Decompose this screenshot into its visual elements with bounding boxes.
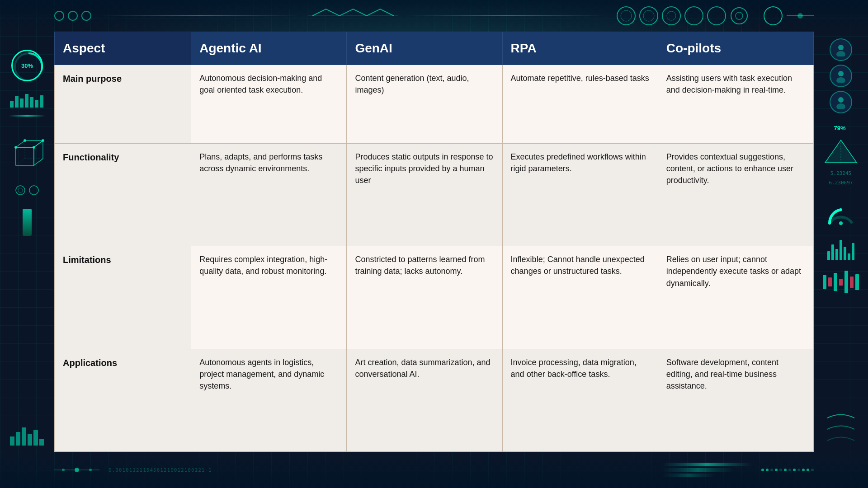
row-3-copilots: Relies on user input; cannot independent… (658, 246, 813, 349)
svg-rect-21 (35, 100, 38, 108)
svg-point-10 (736, 12, 743, 19)
svg-point-28 (33, 146, 35, 149)
deco-line-left (9, 115, 45, 117)
svg-point-9 (731, 8, 747, 24)
svg-point-56 (89, 469, 92, 471)
svg-point-4 (643, 10, 654, 21)
gauge-value: 30% (21, 62, 33, 69)
svg-point-8 (708, 7, 726, 25)
svg-point-49 (836, 103, 845, 109)
header-agentic-ai: Agentic AI (191, 32, 347, 65)
row-2-agentic-ai: Plans, adapts, and performs tasks across… (191, 144, 347, 246)
svg-point-7 (685, 7, 703, 25)
row-2-copilots: Provides contextual suggestions, content… (658, 144, 813, 246)
data-label-1: 5.23245 (830, 170, 851, 176)
dot-3 (770, 469, 773, 471)
svg-marker-25 (34, 141, 43, 165)
row-3-agentic-ai: Requires complex integration, high-quali… (191, 246, 347, 349)
speedometer-deco (825, 196, 857, 230)
dot-10 (802, 469, 805, 471)
svg-point-37 (29, 186, 38, 195)
top-decoration-bar (0, 0, 868, 32)
bar-strip-2 (662, 468, 734, 472)
top-deco-line-2 (407, 15, 606, 16)
top-circle-group (54, 11, 91, 21)
row-4-copilots: Software development, content editing, a… (658, 349, 813, 451)
svg-rect-43 (39, 439, 44, 446)
avatar-1 (830, 38, 852, 61)
bar-strip-1 (662, 463, 752, 466)
row-4-rpa: Invoice processing, data migration, and … (502, 349, 658, 451)
svg-point-45 (836, 51, 845, 56)
svg-point-48 (838, 97, 844, 103)
data-label-2: 6.230697 (829, 180, 853, 186)
svg-point-30 (42, 139, 44, 142)
svg-point-46 (838, 71, 844, 76)
svg-point-3 (640, 7, 658, 25)
header-rpa: RPA (502, 32, 658, 65)
header-aspect: Aspect (55, 32, 191, 65)
dot-row-bottom (761, 469, 814, 471)
svg-point-47 (836, 77, 845, 83)
row-1-copilots: Assisting users with task execution and … (658, 65, 813, 144)
svg-rect-39 (16, 432, 20, 446)
header-copilots: Co-pilots (658, 32, 813, 65)
row-1-aspect: Main purpose (55, 65, 191, 144)
top-far-right-svg (760, 5, 814, 27)
dot-6 (784, 469, 787, 471)
dot-5 (779, 469, 782, 471)
arrow-deco-svg (308, 7, 398, 25)
dot-4 (775, 469, 778, 471)
header-genai: GenAI (347, 32, 502, 65)
vertical-bar-left (23, 209, 32, 236)
dot-9 (797, 469, 800, 471)
svg-point-13 (797, 13, 803, 19)
dot-1 (761, 469, 764, 471)
table-header-row: Aspect Agentic AI GenAI RPA Co-pilots (55, 32, 814, 65)
svg-line-33 (16, 159, 25, 165)
row-3-rpa: Inflexible; Cannot handle unexpected cha… (502, 246, 658, 349)
table-row: Main purpose Autonomous decision-making … (55, 65, 814, 144)
row-1-genai: Content generation (text, audio, images) (347, 65, 502, 144)
mini-bar-chart-left (9, 92, 45, 109)
svg-rect-40 (22, 427, 26, 446)
row-4-agentic-ai: Autonomous agents in logistics, project … (191, 349, 347, 451)
table-row: Functionality Plans, adapts, and perform… (55, 144, 814, 246)
deco-circle-1 (54, 11, 64, 21)
row-2-genai: Produces static outputs in response to s… (347, 144, 502, 246)
avatar-3 (830, 91, 852, 113)
dot-8 (793, 469, 796, 471)
bar-chart-right (827, 238, 854, 260)
bar-strip-3 (662, 474, 716, 477)
comparison-table: Aspect Agentic AI GenAI RPA Co-pilots Ma… (54, 32, 814, 452)
svg-point-44 (838, 45, 844, 50)
svg-rect-38 (10, 436, 14, 446)
svg-point-52 (839, 221, 843, 225)
svg-rect-18 (20, 99, 24, 108)
triangle-chart (823, 138, 859, 167)
table-row: Applications Autonomous agents in logist… (55, 349, 814, 451)
svg-point-35 (16, 186, 25, 195)
binary-text: 0.00101121154561210012100121 1 (108, 467, 212, 473)
row-4-aspect: Applications (55, 349, 191, 451)
dot-11 (807, 469, 809, 471)
top-right-circles-svg (615, 5, 750, 27)
dot-7 (788, 469, 791, 471)
pct-display-1: 79% (834, 124, 848, 132)
row-1-rpa: Automate repetitive, rules-based tasks (502, 65, 658, 144)
row-4-genai: Art creation, data summarization, and co… (347, 349, 502, 451)
svg-point-2 (621, 10, 632, 21)
svg-point-5 (662, 7, 680, 25)
avatar-2 (830, 65, 852, 87)
bottom-bar-strips (662, 463, 752, 477)
svg-rect-20 (30, 97, 33, 108)
top-deco-line (100, 15, 299, 16)
svg-point-54 (75, 468, 79, 472)
svg-rect-42 (33, 430, 38, 446)
right-sidebar-decoration: 79% 5.23245 6.230697 (814, 0, 868, 488)
table-row: Limitations Requires complex integration… (55, 246, 814, 349)
row-3-genai: Constricted to patterns learned from tra… (347, 246, 502, 349)
deco-circle-3 (81, 11, 91, 21)
svg-point-55 (62, 469, 65, 471)
bottom-connect-svg (54, 463, 99, 477)
